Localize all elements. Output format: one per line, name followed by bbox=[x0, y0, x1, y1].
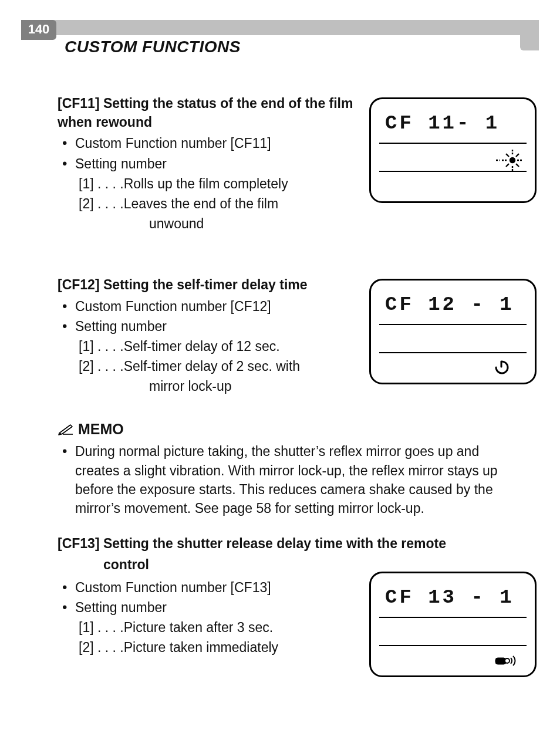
cf13-line1: Custom Function number [CF13] bbox=[58, 578, 357, 597]
cf11-opt2-text2: unwound bbox=[79, 214, 357, 233]
cf11-heading: [CF11] Setting the status of the end of … bbox=[58, 94, 357, 131]
cf13-line2: Setting number bbox=[58, 598, 357, 617]
cf12-opt1-key: [1] . . . . bbox=[79, 337, 124, 356]
page-title: CUSTOM FUNCTIONS bbox=[65, 38, 241, 56]
page-header: 140 CUSTOM FUNCTIONS bbox=[0, 20, 560, 53]
cf12-opt2-key: [2] . . . . bbox=[79, 357, 124, 376]
cf11-opt1-text: Rolls up the film completely bbox=[124, 174, 288, 193]
cf12-option-1: [1] . . . . Self-timer delay of 12 sec. bbox=[79, 337, 357, 356]
svg-point-13 bbox=[505, 658, 510, 663]
cf11-line1: Custom Function number [CF11] bbox=[58, 134, 357, 153]
cf12-opt2-text: Self-timer delay of 2 sec. with bbox=[124, 357, 300, 376]
cf12-option-2: [2] . . . . Self-timer delay of 2 sec. w… bbox=[79, 357, 357, 376]
cf12-heading: [CF12] Setting the self-timer delay time bbox=[58, 275, 357, 294]
cf11-opt2-text: Leaves the end of the film bbox=[124, 194, 278, 213]
writing-hand-icon bbox=[58, 420, 74, 441]
cf13-opt2-text: Picture taken immediately bbox=[124, 638, 278, 657]
svg-line-7 bbox=[506, 164, 509, 167]
cf11-option-1: [1] . . . . Rolls up the film completely bbox=[79, 174, 357, 193]
cf11-opt2-key: [2] . . . . bbox=[79, 194, 124, 213]
memo-heading: MEMO bbox=[58, 419, 525, 441]
cf12-lcd-panel: CF 12 - 1 bbox=[369, 279, 537, 384]
cf12-line1: Custom Function number [CF12] bbox=[58, 297, 357, 316]
section-cf13: [CF13] Setting the shutter release delay… bbox=[58, 534, 525, 657]
cf13-heading: [CF13] Setting the shutter release delay… bbox=[58, 534, 504, 553]
svg-line-5 bbox=[506, 154, 509, 157]
cf12-lcd-text: CF 12 - 1 bbox=[379, 289, 527, 324]
cf11-lcd-panel: CF 11- 1 bbox=[369, 97, 537, 203]
cf13-opt1-text: Picture taken after 3 sec. bbox=[124, 618, 273, 637]
cf12-opt1-text: Self-timer delay of 12 sec. bbox=[124, 337, 280, 356]
header-bar bbox=[21, 20, 539, 35]
cf11-line2: Setting number bbox=[58, 154, 357, 173]
section-cf12: [CF12] Setting the self-timer delay time… bbox=[58, 275, 525, 396]
page-content: [CF11] Setting the status of the end of … bbox=[58, 94, 525, 657]
cf13-opt2-key: [2] . . . . bbox=[79, 638, 124, 657]
cf12-line2: Setting number bbox=[58, 317, 357, 336]
svg-line-8 bbox=[516, 164, 519, 167]
header-accent bbox=[520, 35, 539, 50]
cf11-lcd-text: CF 11- 1 bbox=[379, 107, 527, 143]
cf12-opt2-text2: mirror lock-up bbox=[79, 377, 357, 396]
cf13-lcd-panel: CF 13 - 1 bbox=[369, 572, 537, 677]
memo-section: MEMO During normal picture taking, the s… bbox=[58, 419, 525, 518]
cf13-option-2: [2] . . . . Picture taken immediately bbox=[79, 638, 357, 657]
self-timer-icon bbox=[492, 358, 510, 380]
page-number-tab: 140 bbox=[21, 20, 56, 40]
section-cf11: [CF11] Setting the status of the end of … bbox=[58, 94, 525, 233]
memo-text: During normal picture taking, the shutte… bbox=[58, 442, 525, 518]
svg-line-6 bbox=[516, 154, 519, 157]
remote-control-icon bbox=[495, 653, 517, 672]
cf11-opt1-key: [1] . . . . bbox=[79, 174, 124, 193]
cf13-option-1: [1] . . . . Picture taken after 3 sec. bbox=[79, 618, 357, 637]
cf11-option-2: [2] . . . . Leaves the end of the film bbox=[79, 194, 357, 213]
svg-point-0 bbox=[510, 158, 515, 163]
manual-page: 140 CUSTOM FUNCTIONS [CF11] Setting the … bbox=[0, 20, 560, 657]
cf13-opt1-key: [1] . . . . bbox=[79, 618, 124, 637]
cf13-lcd-text: CF 13 - 1 bbox=[379, 582, 527, 617]
memo-label: MEMO bbox=[78, 421, 124, 437]
